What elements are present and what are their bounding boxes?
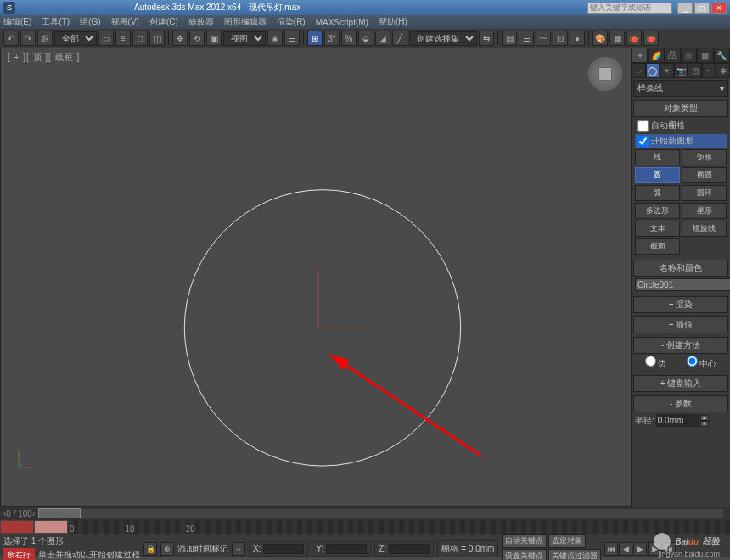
ellipse-button[interactable]: 椭圆: [682, 167, 727, 183]
selected-objects-dropdown[interactable]: 选定对象: [548, 534, 586, 548]
undo-button[interactable]: ↶: [3, 31, 19, 46]
curve-editor-icon[interactable]: ╱: [392, 31, 407, 46]
star-button[interactable]: 星形: [682, 203, 727, 219]
rollout-interpolation[interactable]: + 插值: [633, 316, 728, 333]
systems-subtab[interactable]: ✱: [716, 63, 730, 78]
manip-button[interactable]: ☰: [284, 31, 300, 46]
play-button[interactable]: ▶: [633, 542, 647, 556]
spinner-snap-button[interactable]: ⬙: [358, 31, 373, 46]
edit-named-button[interactable]: ◢: [375, 31, 390, 46]
coordinate-toggle-button[interactable]: ↔: [232, 542, 245, 556]
object-name-input[interactable]: [635, 278, 730, 291]
render-button[interactable]: 🫖: [626, 31, 642, 46]
create-tab[interactable]: ✦: [632, 48, 648, 63]
time-slider[interactable]: ‹ 0 / 100 ›: [0, 507, 730, 520]
help-search-input[interactable]: [587, 3, 672, 14]
rectangle-button[interactable]: 矩形: [682, 149, 727, 165]
render-setup-button[interactable]: 🎨: [592, 31, 608, 46]
render-fb-button[interactable]: ▦: [609, 31, 625, 46]
rollout-keyboard-entry[interactable]: + 键盘输入: [633, 375, 728, 392]
helpers-subtab[interactable]: ⊡: [688, 63, 702, 78]
percent-snap-button[interactable]: %: [341, 31, 357, 46]
utilities-tab[interactable]: 🔧: [714, 48, 730, 63]
mirror-button[interactable]: ⇆: [479, 31, 494, 46]
ref-coord-dropdown[interactable]: 视图: [223, 31, 266, 46]
menu-group[interactable]: 组(G): [80, 16, 100, 28]
lock-selection-button[interactable]: 🔒: [143, 542, 157, 556]
menu-rendering[interactable]: 渲染(R): [277, 16, 306, 28]
redo-button[interactable]: ↷: [20, 31, 36, 46]
autogrid-checkbox[interactable]: [637, 120, 649, 132]
named-selection-dropdown[interactable]: 创建选择集: [409, 31, 477, 46]
rollout-rendering[interactable]: + 渲染: [633, 296, 728, 313]
selection-filter-dropdown[interactable]: 全部: [54, 31, 97, 46]
menu-view[interactable]: 视图(V): [111, 16, 139, 28]
text-button[interactable]: 文本: [635, 221, 680, 237]
pivot-button[interactable]: ◈: [267, 31, 283, 46]
space-warps-subtab[interactable]: 〰: [702, 63, 716, 78]
move-button[interactable]: ✥: [172, 31, 188, 46]
shapes-subtab[interactable]: ◯: [646, 63, 660, 78]
donut-button[interactable]: 圆环: [682, 185, 727, 201]
curve-editor-button[interactable]: 〰: [536, 31, 551, 46]
render-last-button[interactable]: 🫖: [643, 31, 659, 46]
ngon-button[interactable]: 多边形: [635, 203, 680, 219]
helix-button[interactable]: 螺旋线: [682, 221, 727, 237]
radius-spinner-down[interactable]: ▼: [700, 421, 709, 427]
key-filters-button[interactable]: 关键点过滤器: [548, 549, 601, 560]
line-button[interactable]: 线: [635, 149, 680, 165]
add-time-tag-button[interactable]: ⊕: [160, 542, 174, 556]
menu-help[interactable]: 帮助(H): [379, 16, 407, 28]
motion-tab[interactable]: ◎: [681, 48, 697, 63]
rollout-name-color[interactable]: 名称和颜色: [633, 260, 728, 277]
radio-center[interactable]: 中心: [687, 356, 717, 370]
time-slider-track[interactable]: [38, 509, 723, 518]
snap-button[interactable]: ⊞: [307, 31, 323, 46]
coord-y-input[interactable]: [326, 544, 367, 554]
radio-edge[interactable]: 边: [645, 356, 667, 370]
start-new-shape-checkbox[interactable]: [637, 136, 649, 147]
shapes-category-dropdown[interactable]: 样条线▾: [633, 80, 728, 97]
display-tab[interactable]: ▦: [697, 48, 713, 63]
auto-key-button[interactable]: 自动关键点: [502, 534, 547, 548]
menu-tools[interactable]: 工具(T): [42, 16, 70, 28]
lights-subtab[interactable]: ☀: [660, 63, 674, 78]
window-minimize-button[interactable]: _: [677, 3, 693, 14]
coord-z-input[interactable]: [389, 544, 430, 554]
rect-select-button[interactable]: □: [132, 31, 148, 46]
geometry-subtab[interactable]: ○: [632, 63, 646, 78]
select-name-button[interactable]: ≡: [115, 31, 131, 46]
layers-button[interactable]: ☰: [519, 31, 534, 46]
rollout-parameters[interactable]: - 参数: [633, 395, 728, 412]
hierarchy-tab[interactable]: 品: [665, 48, 681, 63]
viewport-top[interactable]: [ + ][ 顶 ][ 线框 ]: [0, 48, 632, 507]
radius-input[interactable]: [656, 414, 699, 427]
track-bar[interactable]: 01020: [0, 520, 730, 534]
rollout-creation-method[interactable]: - 创建方法: [633, 337, 728, 354]
window-crossing-button[interactable]: ◫: [149, 31, 165, 46]
material-button[interactable]: ●: [570, 31, 585, 46]
prev-frame-button[interactable]: ◀: [619, 542, 632, 556]
menu-create[interactable]: 创建(C): [149, 16, 178, 28]
coord-x-input[interactable]: [263, 544, 304, 554]
rotate-button[interactable]: ⟲: [189, 31, 205, 46]
radius-spinner-up[interactable]: ▲: [700, 415, 709, 421]
time-arrow-right[interactable]: ›: [32, 509, 35, 518]
link-button[interactable]: ⛓: [37, 31, 53, 46]
menu-maxscript[interactable]: MAXScript(M): [316, 18, 368, 27]
schematic-button[interactable]: ⊡: [553, 31, 568, 46]
goto-start-button[interactable]: ⏮: [604, 542, 618, 556]
circle-button[interactable]: 圆: [635, 167, 680, 183]
window-maximize-button[interactable]: □: [694, 3, 710, 14]
cameras-subtab[interactable]: 📷: [674, 63, 688, 78]
scale-button[interactable]: ▣: [206, 31, 222, 46]
set-key-button[interactable]: 设置关键点: [502, 549, 547, 560]
select-button[interactable]: ▭: [98, 31, 114, 46]
menu-modifiers[interactable]: 修改器: [188, 16, 214, 28]
angle-snap-button[interactable]: 3°: [324, 31, 340, 46]
menu-graph-editors[interactable]: 图形编辑器: [224, 16, 267, 28]
align-button[interactable]: ▤: [502, 31, 517, 46]
section-button[interactable]: 截面: [635, 238, 680, 255]
modify-tab[interactable]: 🌈: [648, 48, 664, 63]
window-close-button[interactable]: ×: [711, 3, 727, 14]
